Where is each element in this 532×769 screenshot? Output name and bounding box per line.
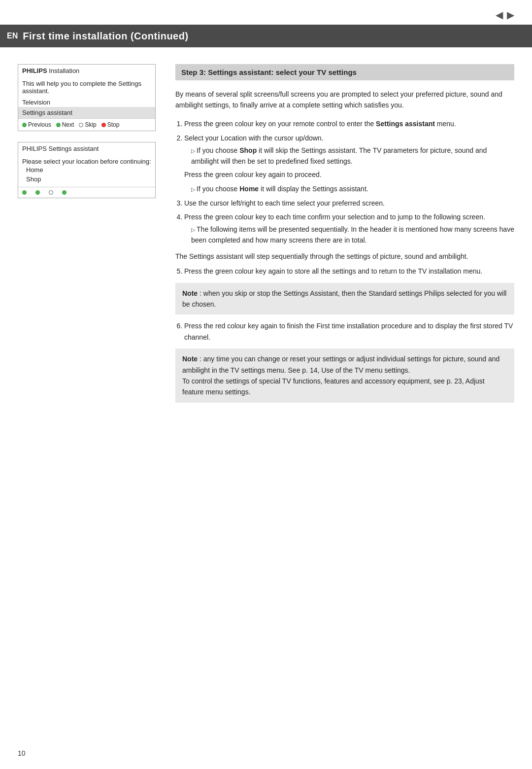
location-prompt: Please select your location before conti… xyxy=(22,158,151,165)
skip-label: Skip xyxy=(85,121,96,128)
television-item[interactable]: Television xyxy=(18,98,155,107)
box2-dot1 xyxy=(22,190,27,195)
main-content: PHILIPS Installation This will help you … xyxy=(0,54,532,769)
next-dot xyxy=(56,123,61,127)
note2-text: : any time you can change or reset your … xyxy=(182,355,499,396)
step4-sublist: The following items will be presented se… xyxy=(184,224,514,245)
stop-label: Stop xyxy=(107,121,120,128)
step2-sub2: If you choose Home it will display the S… xyxy=(191,184,514,195)
step2-sub1: If you choose Shop it will skip the Sett… xyxy=(191,145,514,167)
installation-box-body: This will help you to complete the Setti… xyxy=(18,77,155,98)
page-number: 10 xyxy=(18,749,26,757)
step5-text: Press the green colour key again to stor… xyxy=(184,267,482,275)
philips-brand-2: PHILIPS xyxy=(22,145,47,152)
stop-btn[interactable]: Stop xyxy=(101,121,120,128)
step4-sub1: The following items will be presented se… xyxy=(191,224,514,245)
settings-assistant-item[interactable]: Settings assistant xyxy=(18,107,155,118)
installation-body-text: This will help you to complete the Setti… xyxy=(22,80,141,95)
page-title: First time installation (Continued) xyxy=(23,31,188,42)
installation-menu-box: PHILIPS Installation This will help you … xyxy=(18,64,156,131)
box2-dot3 xyxy=(49,190,53,195)
header-bar: EN First time installation (Continued) xyxy=(0,25,532,47)
next-btn[interactable]: Next xyxy=(56,121,74,128)
box1-footer: Previous Next Skip Stop xyxy=(18,118,155,131)
settings-assistant-header-label: Settings assistant xyxy=(48,145,99,152)
installation-box-header: PHILIPS Installation xyxy=(18,65,155,77)
step2-sublist2: If you choose Home it will display the S… xyxy=(184,184,514,195)
paragraph1: The Settings assistant will step sequent… xyxy=(175,251,514,262)
box2-dot2 xyxy=(35,190,40,195)
skip-dot xyxy=(79,123,83,127)
step2-sublist: If you choose Shop it will skip the Sett… xyxy=(184,145,514,167)
lang-label: EN xyxy=(7,32,18,40)
note-box-2: Note : any time you can change or reset … xyxy=(175,349,514,403)
step-heading: Step 3: Settings assistant: select your … xyxy=(175,64,514,80)
note-box-1: Note : when you skip or stop the Setting… xyxy=(175,283,514,315)
intro-text: By means of several split screens/full s… xyxy=(175,89,514,110)
previous-btn[interactable]: Previous xyxy=(22,121,51,128)
home-bold: Home xyxy=(239,185,259,193)
previous-dot xyxy=(22,123,27,127)
steps-list: Press the green colour key on your remot… xyxy=(175,118,514,245)
philips-brand-1: PHILIPS xyxy=(22,67,47,74)
top-nav: ◀ ▶ xyxy=(496,9,514,21)
note1-bold: Note xyxy=(182,289,198,297)
stop-dot xyxy=(101,123,106,127)
step-6: Press the red colour key again to finish… xyxy=(184,320,514,343)
settings-assistant-box-header: PHILIPS Settings assistant xyxy=(18,142,155,155)
shop-item[interactable]: Shop xyxy=(22,175,151,184)
installation-label: Installation xyxy=(49,67,79,74)
next-arrow[interactable]: ▶ xyxy=(507,9,514,21)
settings-assistant-box-body: Please select your location before conti… xyxy=(18,155,155,187)
box2-dot4 xyxy=(62,190,66,195)
box2-footer xyxy=(18,187,155,198)
shop-bold: Shop xyxy=(239,146,257,154)
step6-text: Press the red colour key again to finish… xyxy=(184,322,513,341)
steps-list-2: Press the green colour key again to stor… xyxy=(175,266,514,277)
note1-text: : when you skip or stop the Settings Ass… xyxy=(182,289,506,308)
step4-text: Press the green colour key to each time … xyxy=(184,213,485,221)
press-green-again: Press the green colour key again to proc… xyxy=(184,169,514,180)
step3-text: Use the cursor left/right to each time s… xyxy=(184,199,385,207)
left-panel: PHILIPS Installation This will help you … xyxy=(18,64,156,759)
step-1: Press the green colour key on your remot… xyxy=(184,118,514,129)
skip-btn[interactable]: Skip xyxy=(79,121,96,128)
settings-assistant-bold: Settings assistant xyxy=(376,120,435,128)
next-label: Next xyxy=(62,121,74,128)
right-panel: Step 3: Settings assistant: select your … xyxy=(170,64,514,759)
previous-label: Previous xyxy=(28,121,51,128)
step2-text: Select your Location with the cursor up/… xyxy=(184,134,324,142)
step1-text: Press the green colour key on your remot… xyxy=(184,120,456,128)
step-3: Use the cursor left/right to each time s… xyxy=(184,198,514,209)
settings-assistant-box: PHILIPS Settings assistant Please select… xyxy=(18,142,156,198)
steps-list-3: Press the red colour key again to finish… xyxy=(175,320,514,343)
home-item[interactable]: Home xyxy=(22,165,151,175)
step-5: Press the green colour key again to stor… xyxy=(184,266,514,277)
note2-bold: Note xyxy=(182,355,198,363)
step-4: Press the green colour key to each time … xyxy=(184,211,514,246)
step-2: Select your Location with the cursor up/… xyxy=(184,133,514,195)
prev-arrow[interactable]: ◀ xyxy=(496,9,503,21)
